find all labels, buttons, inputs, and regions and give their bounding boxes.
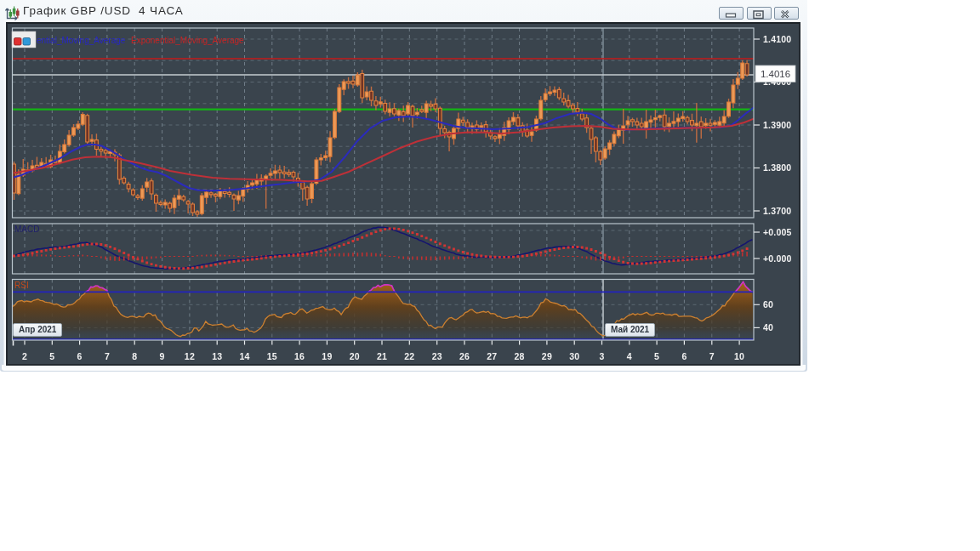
svg-text:29: 29 bbox=[542, 351, 552, 361]
svg-text:19: 19 bbox=[322, 351, 332, 361]
svg-text:1.4100: 1.4100 bbox=[763, 34, 791, 44]
svg-text:3: 3 bbox=[599, 351, 604, 361]
svg-text:8: 8 bbox=[132, 351, 137, 361]
svg-text:23: 23 bbox=[432, 351, 442, 361]
svg-text:ential_Moving_Average: ential_Moving_Average bbox=[37, 36, 126, 45]
svg-text:1.4016: 1.4016 bbox=[761, 69, 790, 79]
svg-text:40: 40 bbox=[763, 322, 773, 332]
svg-text:16: 16 bbox=[294, 351, 305, 361]
svg-text:1.3900: 1.3900 bbox=[763, 120, 791, 130]
svg-text:20: 20 bbox=[350, 351, 360, 361]
svg-text:4: 4 bbox=[627, 351, 632, 361]
svg-text:7: 7 bbox=[105, 351, 110, 361]
svg-text:RSI: RSI bbox=[14, 281, 29, 290]
svg-text:28: 28 bbox=[515, 351, 525, 361]
svg-text:30: 30 bbox=[569, 351, 579, 361]
svg-text:9: 9 bbox=[160, 351, 165, 361]
svg-text:14: 14 bbox=[239, 351, 249, 361]
svg-text:+0.005: +0.005 bbox=[763, 227, 792, 237]
svg-text:26: 26 bbox=[459, 351, 470, 361]
svg-text:Exponential_Moving_Average: Exponential_Moving_Average bbox=[131, 36, 244, 45]
svg-text:5: 5 bbox=[49, 351, 54, 361]
svg-text:5: 5 bbox=[654, 351, 659, 361]
svg-text:MACD: MACD bbox=[14, 224, 39, 234]
svg-text:21: 21 bbox=[377, 351, 387, 361]
svg-text:22: 22 bbox=[404, 351, 414, 361]
svg-text:1.3700: 1.3700 bbox=[763, 206, 791, 216]
svg-text:12: 12 bbox=[185, 351, 195, 361]
svg-text:1.3800: 1.3800 bbox=[763, 162, 791, 173]
svg-text:15: 15 bbox=[267, 351, 277, 361]
svg-text:2: 2 bbox=[22, 351, 27, 361]
svg-text:+0.000: +0.000 bbox=[763, 253, 792, 264]
svg-text:7: 7 bbox=[709, 351, 715, 361]
svg-text:6: 6 bbox=[681, 351, 687, 361]
svg-text:6: 6 bbox=[77, 351, 83, 361]
svg-text:13: 13 bbox=[212, 351, 222, 361]
svg-text:27: 27 bbox=[487, 351, 497, 361]
svg-text:10: 10 bbox=[734, 351, 744, 361]
svg-text:60: 60 bbox=[763, 299, 773, 310]
